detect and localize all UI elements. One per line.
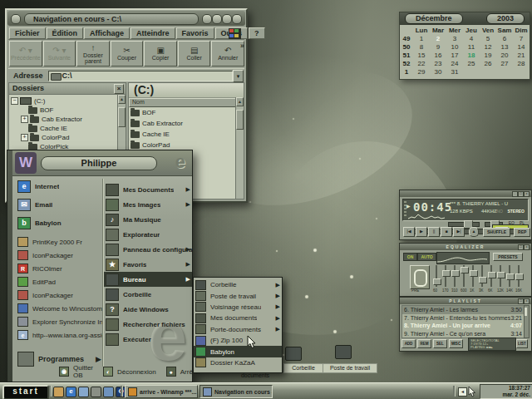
taskbar-clock[interactable]: 18:37:27 mar. 2 déc. (480, 384, 532, 399)
close-pane-icon[interactable]: × (114, 84, 124, 94)
scroll-thumb[interactable] (236, 110, 244, 130)
tree-item-colorpad[interactable]: +ColorPad (11, 133, 117, 142)
task-button-navigation-en-cours[interactable]: Navigation en cours -... (200, 385, 273, 398)
menu-item-favoris[interactable]: ★Favoris▶ (104, 257, 192, 272)
close-icon[interactable]: x (524, 298, 530, 304)
menu-item-babylon[interactable]: Babylon (194, 346, 282, 357)
calendar-day-21[interactable]: 21 (513, 52, 530, 60)
calendar-day-6[interactable]: 6 (496, 35, 513, 43)
calendar-day-26[interactable]: 26 (480, 60, 496, 68)
menu-atteindre[interactable]: Atteindre (131, 27, 175, 39)
calendar-day-22[interactable]: 22 (413, 60, 430, 68)
eq-band-handle[interactable] (506, 273, 515, 280)
preamp-slider[interactable] (410, 265, 430, 289)
menu-item-poste-de-travail[interactable]: Poste de travail▶ (194, 290, 282, 301)
menu-item-porte-documents[interactable]: Porte-documents▶ (194, 324, 282, 335)
eq-band-16k[interactable] (515, 265, 522, 287)
tree-item-cab-extractor[interactable]: +Cab Extractor (11, 115, 117, 124)
menu-item-f-zip-100[interactable]: (F) Zip 100 (194, 335, 282, 346)
calendar-day-4[interactable]: 4 (463, 35, 480, 43)
menu-item-internet[interactable]: eInternet (16, 177, 102, 195)
scroll-thumb[interactable] (118, 107, 126, 127)
minimize-icon[interactable]: - (512, 191, 518, 197)
file-item-cab-extractor[interactable]: Cab Extractor (131, 118, 235, 129)
eject-button[interactable]: ▲ (469, 227, 479, 237)
add-button[interactable]: ADD (401, 339, 416, 348)
window-menu-button[interactable] (11, 14, 21, 24)
collapse-icon[interactable]: − (11, 97, 18, 105)
scroll-up-icon[interactable]: ▲ (236, 97, 244, 106)
shade-icon[interactable]: □ (518, 298, 524, 304)
recycle-bin-icon[interactable] (285, 347, 302, 361)
menu-item-aide-windows[interactable]: ?Aide Windows (104, 302, 192, 317)
minimize-button[interactable] (202, 14, 212, 24)
desktop-icon-label-poste-de-travail[interactable]: Poste de travail (323, 363, 377, 373)
menu-item-welcome-to-wincustomize-com[interactable]: Welcome to Wincustomize.com (16, 302, 102, 315)
eq-band-handle[interactable] (488, 272, 496, 278)
copier-button[interactable]: ▣Copier (144, 41, 177, 66)
menu-item-ricolmer[interactable]: RRICOlmer (16, 262, 102, 275)
menu-item-email[interactable]: ✉Email (16, 195, 102, 214)
calendar-day-25[interactable]: 25 (463, 60, 480, 68)
pause-button[interactable]: || (428, 227, 440, 237)
menu-item-mes-documents[interactable]: Mes documents▶ (194, 313, 282, 323)
tree-item-cache-ie[interactable]: Cache IE (11, 124, 117, 133)
menu-favoris[interactable]: Favoris (176, 27, 214, 39)
menu-dition[interactable]: Édition (47, 27, 84, 39)
eq-band-handle[interactable] (433, 278, 441, 285)
outlook-express-icon[interactable] (78, 387, 89, 397)
start-button[interactable]: start (2, 385, 49, 399)
eq-band-14k[interactable] (506, 265, 513, 287)
next-button[interactable]: ▶| (453, 227, 465, 237)
menu-item-explorer-synchronize-intera[interactable]: Explorer Synchronize Intera... (16, 315, 102, 328)
playlist-track-6[interactable]: 6. Thierry Amiel - Les larmes3:50 (402, 306, 524, 314)
calendar-day-19[interactable]: 19 (480, 52, 496, 60)
misc-button[interactable]: MISC (449, 339, 463, 348)
eq-band-handle[interactable] (497, 272, 505, 278)
calendar-day-12[interactable]: 12 (480, 43, 496, 52)
calendar-day-16[interactable]: 16 (430, 52, 446, 60)
eq-band-3k[interactable] (479, 265, 485, 287)
footer-d-connexion[interactable]: ◐Déconnexion (101, 364, 156, 379)
dossier-parent-button[interactable]: ↑Dossier parent (76, 41, 110, 66)
column-header-name[interactable]: Nom (129, 98, 236, 107)
menu-item-mes-images[interactable]: Mes Images▶ (104, 197, 192, 212)
scroll-up-icon[interactable]: ▲ (118, 95, 126, 104)
eq-on-button[interactable]: ON (403, 253, 417, 261)
eq-band-handle[interactable] (461, 267, 469, 273)
menu-item-explorateur[interactable]: Explorateur (104, 227, 192, 242)
menu-item-ma-musique[interactable]: ♪Ma Musique (104, 212, 192, 227)
tree-root[interactable]: −(C:) (11, 96, 117, 106)
eq-band-handle[interactable] (479, 277, 487, 283)
calendar-day-23[interactable]: 23 (430, 60, 446, 68)
eq-band-handle[interactable] (470, 270, 478, 277)
calendar-year-button[interactable]: 2003 (486, 13, 525, 24)
coller-button[interactable]: ▤Coller (178, 41, 211, 66)
equalizer-titlebar[interactable]: EQUALIZER □ x (400, 244, 531, 250)
address-dropdown-icon[interactable]: ▾ (233, 70, 244, 82)
play-button[interactable]: ▶ (416, 227, 427, 237)
mail-icon[interactable] (103, 387, 114, 397)
menu-item-panneau-de-configuration[interactable]: Panneau de configuration▶ (104, 242, 192, 257)
explorer-titlebar[interactable]: Navigation en cours - C:\ (7, 11, 245, 26)
winamp-titlebar[interactable]: - □ x (400, 190, 531, 197)
calendar-month-button[interactable]: Décembre (405, 13, 463, 24)
eq-band-1k[interactable] (470, 265, 476, 287)
close-icon[interactable]: x (524, 244, 530, 250)
desktop-icon-label-corbeille[interactable]: Corbeille (283, 363, 323, 373)
calendar-day-31[interactable]: 31 (446, 68, 463, 76)
menu-item-http-www-iana-org-assignme[interactable]: ehttp--www.iana.org-assignme... (16, 328, 102, 342)
calendar-day-27[interactable]: 27 (496, 60, 513, 68)
eq-band-handle[interactable] (442, 270, 451, 277)
files-scrollbar[interactable]: ▲ (235, 97, 244, 199)
my-computer-icon[interactable] (335, 345, 352, 359)
restore-button[interactable] (222, 14, 232, 24)
calendar-day-17[interactable]: 17 (446, 52, 463, 60)
calendar-day-20[interactable]: 20 (496, 52, 513, 60)
menu-item-corbeille[interactable]: Corbeille (104, 287, 192, 302)
menu-item-iconpackager[interactable]: IconPackager (16, 249, 102, 262)
calendar-day-13[interactable]: 13 (496, 43, 513, 52)
calendar-day-14[interactable]: 14 (513, 43, 530, 52)
menu-item-editpad[interactable]: EditPad (16, 275, 102, 288)
expand-icon[interactable]: + (21, 134, 28, 141)
